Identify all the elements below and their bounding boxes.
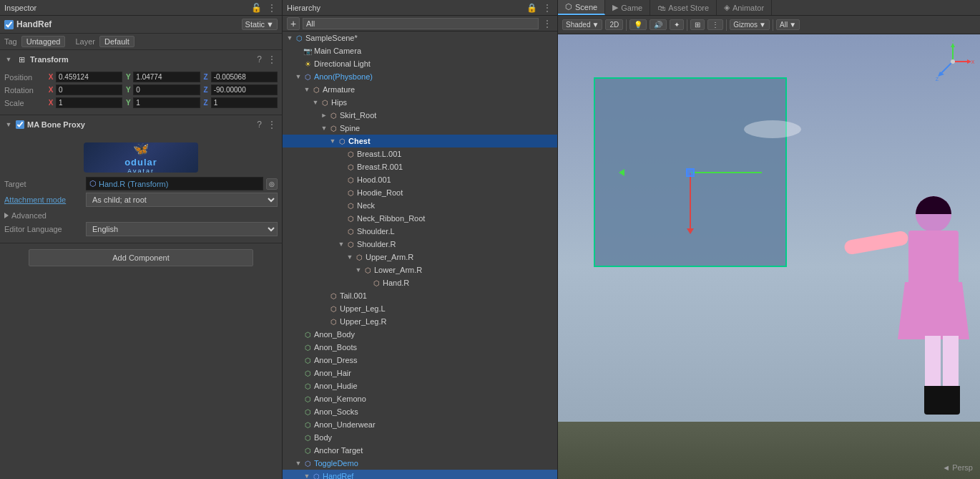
tag-dropdown[interactable]: Untagged	[21, 36, 66, 47]
hierarchy-add-button[interactable]: +	[287, 17, 300, 30]
hierarchy-item-anon-dress[interactable]: ⬡ Anon_Dress	[283, 354, 557, 367]
twod-toggle[interactable]: 2D	[605, 19, 623, 30]
hierarchy-item-body[interactable]: ⬡ Body	[283, 431, 557, 444]
transform-center-handle[interactable]	[686, 168, 695, 177]
scale-x-input[interactable]	[56, 97, 122, 108]
anon-kemono-icon: ⬡	[303, 394, 313, 404]
gameobject-name: HandRef	[16, 19, 239, 29]
hierarchy-item-spine[interactable]: ⬡ Spine	[283, 122, 557, 135]
hierarchy-item-neck-ribbon[interactable]: ⬡ Neck_Ribbon_Root	[283, 212, 557, 225]
hierarchy-item-breast-r[interactable]: ⬡ Breast.R.001	[283, 160, 557, 173]
ma-active-checkbox[interactable]	[16, 120, 24, 129]
hierarchy-item-chest[interactable]: ⬡ Chest	[283, 135, 557, 147]
add-component-button[interactable]: Add Component	[29, 249, 253, 266]
hierarchy-item-anon-hudie[interactable]: ⬡ Anon_Hudie	[283, 379, 557, 392]
hierarchy-item-hood-001[interactable]: ⬡ Hood.001	[283, 173, 557, 186]
tab-asset-store[interactable]: 🛍 Asset Store	[650, 0, 717, 15]
hierarchy-item-anon-body[interactable]: ⬡ Anon_Body	[283, 328, 557, 341]
hierarchy-item-tail-001[interactable]: ⬡ Tail.001	[283, 289, 557, 302]
hierarchy-more-icon[interactable]: ⋮	[542, 3, 553, 13]
all-dropdown[interactable]: All ▼	[776, 19, 800, 30]
scene-vis-btn[interactable]: ⊞	[690, 19, 705, 30]
scale-y-input[interactable]	[133, 97, 200, 108]
armature-expand-arrow	[303, 83, 311, 96]
position-x-input[interactable]	[56, 72, 122, 82]
hierarchy-item-anchor-target[interactable]: ⬡ Anchor Target	[283, 444, 557, 457]
position-y-input[interactable]	[133, 72, 200, 82]
scale-z-input[interactable]	[211, 97, 278, 108]
hierarchy-item-upper-arm-r[interactable]: ⬡ Upper_Arm.R	[283, 251, 557, 263]
gizmos-dropdown[interactable]: Gizmos ▼	[730, 19, 770, 30]
hierarchy-item-upper-leg-l[interactable]: ⬡ Upper_Leg.L	[283, 302, 557, 315]
hierarchy-item-skirt-root[interactable]: ⬡ Skirt_Root	[283, 109, 557, 122]
anon-hudie-arrow	[294, 379, 303, 392]
hierarchy-lock-icon[interactable]: 🔒	[525, 3, 539, 13]
static-dropdown[interactable]: Static ▼	[242, 19, 278, 30]
hierarchy-item-anon-kemono[interactable]: ⬡ Anon_Kemono	[283, 392, 557, 405]
hierarchy-item-shoulder-l[interactable]: ⬡ Shoulder.L	[283, 225, 557, 238]
hierarchy-item-hoodie-root[interactable]: ⬡ Hoodie_Root	[283, 186, 557, 199]
tab-scene[interactable]: ⬡ Scene	[558, 0, 605, 15]
editor-language-select[interactable]: English	[86, 222, 278, 236]
grid-btn[interactable]: ⋮	[707, 19, 723, 30]
hierarchy-item-main-camera[interactable]: 📷 Main Camera	[283, 44, 557, 57]
hips-expand-arrow	[311, 96, 320, 109]
rot-y-label: Y	[124, 86, 132, 94]
hierarchy-item-anon-boots[interactable]: ⬡ Anon_Boots	[283, 341, 557, 354]
fx-btn[interactable]: ✦	[670, 19, 684, 30]
advanced-row[interactable]: Advanced	[4, 209, 278, 222]
anon-body-icon: ⬡	[303, 329, 313, 339]
hierarchy-item-anon-hair[interactable]: ⬡ Anon_Hair	[283, 367, 557, 379]
ma-bone-proxy-header[interactable]: MA Bone Proxy ? ⋮	[0, 115, 282, 134]
attachment-link[interactable]: Attachment mode	[4, 195, 66, 204]
neck-icon: ⬡	[346, 200, 356, 211]
position-z-input[interactable]	[211, 72, 278, 82]
transform-more-icon[interactable]: ⋮	[266, 54, 278, 64]
hierarchy-item-armature[interactable]: ⬡ Armature	[283, 83, 557, 96]
hierarchy-item-neck[interactable]: ⬡ Neck	[283, 199, 557, 212]
hierarchy-item-anon-underwear[interactable]: ⬡ Anon_Underwear	[283, 418, 557, 431]
tab-game[interactable]: ▶ Game	[605, 0, 650, 15]
transform-header[interactable]: ⊞ Transform ? ⋮	[0, 50, 282, 69]
anon-dress-arrow	[294, 354, 303, 367]
ma-more-icon[interactable]: ⋮	[266, 120, 278, 130]
layer-dropdown[interactable]: Default	[99, 36, 134, 47]
hierarchy-more-icon[interactable]: ⋮	[542, 19, 553, 29]
spine-icon: ⬡	[328, 123, 338, 133]
hierarchy-item-hand-ref[interactable]: ⬡ HandRef	[283, 470, 557, 479]
hierarchy-item-sample-scene[interactable]: ⬡ SampleScene*	[283, 32, 557, 44]
hierarchy-item-toggle-demo[interactable]: ⬡ ToggleDemo	[283, 457, 557, 470]
hoodie-root-label: Hoodie_Root	[357, 188, 403, 197]
light-btn[interactable]: 💡	[629, 19, 647, 30]
more-options-icon[interactable]: ⋮	[266, 3, 278, 13]
hierarchy-item-anon-socks[interactable]: ⬡ Anon_Socks	[283, 405, 557, 418]
gameobject-active-checkbox[interactable]	[4, 20, 14, 29]
rotation-x-input[interactable]	[56, 84, 122, 95]
hierarchy-item-hips[interactable]: ⬡ Hips	[283, 96, 557, 109]
target-picker-btn[interactable]: ◎	[266, 178, 278, 190]
gizmo-cube[interactable]: Y X Z	[931, 40, 974, 83]
rotation-y-input[interactable]	[133, 84, 200, 95]
ma-help-icon[interactable]: ?	[255, 120, 263, 130]
hierarchy-search-input[interactable]	[303, 18, 539, 29]
tab-animator[interactable]: ◈ Animator	[717, 0, 772, 15]
hierarchy-item-anon-physbone[interactable]: ⬡ Anon(Physbone)	[283, 70, 557, 83]
scene-viewport[interactable]: Y X Z ◄ Persp	[558, 34, 980, 479]
target-value[interactable]: ⬡ Hand.R (Transform)	[86, 177, 263, 190]
hierarchy-item-shoulder-r[interactable]: ⬡ Shoulder.R	[283, 238, 557, 251]
rotation-z-input[interactable]	[211, 84, 278, 95]
shaded-dropdown[interactable]: Shaded ▼	[562, 19, 602, 30]
attachment-row: Attachment mode As child; at root	[4, 193, 278, 207]
hierarchy-item-lower-arm-r[interactable]: ⬡ Lower_Arm.R	[283, 263, 557, 276]
spine-label: Spine	[340, 124, 360, 132]
transform-help-icon[interactable]: ?	[255, 54, 263, 64]
hierarchy-item-upper-leg-r[interactable]: ⬡ Upper_Leg.R	[283, 315, 557, 328]
audio-btn[interactable]: 🔊	[650, 19, 667, 30]
hierarchy-item-breast-l[interactable]: ⬡ Breast.L.001	[283, 147, 557, 160]
lock-icon[interactable]: 🔓	[250, 3, 263, 13]
spine-expand-arrow	[320, 122, 328, 135]
attachment-dropdown[interactable]: As child; at root	[86, 193, 278, 207]
hierarchy-item-directional-light[interactable]: ☀ Directional Light	[283, 57, 557, 70]
hierarchy-item-hand-r[interactable]: ⬡ Hand.R	[283, 276, 557, 289]
hand-ref-label: HandRef	[323, 472, 353, 479]
